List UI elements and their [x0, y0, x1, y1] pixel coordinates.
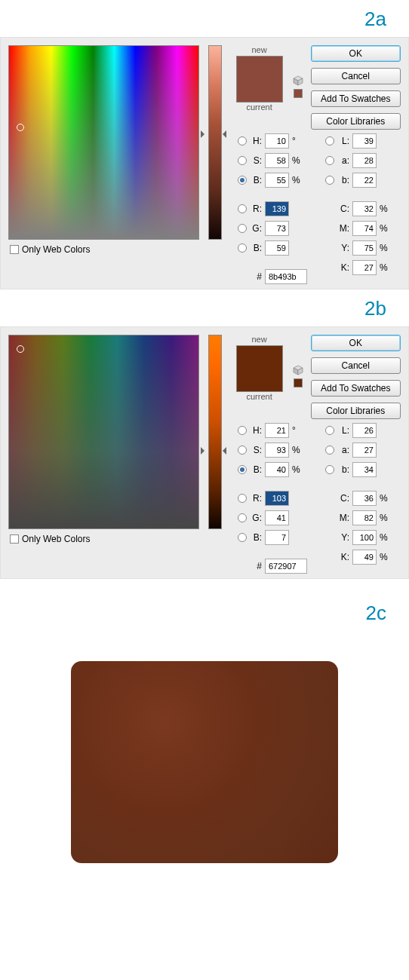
websafe-swatch[interactable]	[294, 378, 303, 387]
input-l[interactable]: 26	[352, 423, 377, 438]
hue-slider-handle[interactable]	[202, 130, 225, 138]
label-l: L:	[337, 425, 349, 436]
label-hash: #	[250, 271, 262, 282]
input-m[interactable]: 82	[352, 510, 377, 525]
color-field[interactable]	[8, 45, 199, 240]
radio-s[interactable]	[238, 446, 247, 455]
radio-l[interactable]	[325, 426, 334, 435]
ok-button[interactable]: OK	[311, 45, 401, 62]
radio-b[interactable]	[238, 176, 247, 185]
input-hex[interactable]: 672907	[265, 559, 307, 574]
input-r[interactable]: 103	[265, 491, 289, 506]
hue-strip[interactable]	[208, 45, 222, 240]
radio-bl[interactable]	[325, 176, 334, 185]
input-y[interactable]: 75	[352, 240, 377, 256]
label-a: a:	[337, 445, 349, 455]
label-bc: B:	[250, 532, 262, 543]
input-hex[interactable]: 8b493b	[265, 269, 307, 284]
input-m[interactable]: 74	[352, 221, 377, 236]
unit-pct: %	[292, 155, 303, 166]
label-g: G:	[250, 513, 262, 523]
label-s: S:	[250, 155, 262, 166]
cancel-button[interactable]: Cancel	[311, 357, 401, 374]
input-a[interactable]: 27	[352, 443, 377, 458]
result-panel	[0, 631, 409, 893]
radio-r[interactable]	[238, 204, 247, 213]
label-bl: b:	[337, 175, 349, 185]
unit-pct: %	[292, 175, 303, 185]
input-s[interactable]: 93	[265, 443, 289, 458]
only-web-colors-checkbox[interactable]	[10, 534, 19, 544]
unit-pct: %	[380, 552, 390, 562]
radio-r[interactable]	[238, 494, 247, 503]
radio-s[interactable]	[238, 156, 247, 165]
input-bl[interactable]: 34	[352, 462, 377, 477]
label-y: Y:	[337, 243, 349, 253]
label-s: S:	[250, 445, 262, 455]
cube-icon	[293, 365, 303, 375]
websafe-swatch[interactable]	[294, 89, 303, 98]
radio-bc[interactable]	[238, 243, 247, 253]
label-r: R:	[250, 493, 262, 504]
new-color-swatch	[236, 56, 283, 103]
color-field[interactable]	[8, 335, 199, 529]
radio-h[interactable]	[238, 426, 247, 435]
current-label: current	[246, 103, 272, 112]
input-bc[interactable]: 7	[265, 530, 289, 545]
hue-slider-handle[interactable]	[202, 447, 225, 455]
input-h[interactable]: 21	[265, 423, 289, 438]
radio-h[interactable]	[238, 136, 247, 145]
add-to-swatches-button[interactable]: Add To Swatches	[311, 90, 401, 107]
label-g: G:	[250, 223, 262, 234]
figure-label-2a: 2a	[0, 0, 409, 37]
hue-strip[interactable]	[208, 335, 222, 529]
color-libraries-button[interactable]: Color Libraries	[311, 403, 401, 419]
label-l: L:	[337, 136, 349, 146]
input-a[interactable]: 28	[352, 153, 377, 168]
only-web-colors-checkbox[interactable]	[10, 245, 19, 254]
only-web-colors-label: Only Web Colors	[22, 534, 90, 544]
label-bl: b:	[337, 464, 349, 475]
ok-button[interactable]: OK	[311, 335, 401, 351]
radio-b[interactable]	[238, 465, 247, 474]
radio-l[interactable]	[325, 136, 334, 145]
label-c: C:	[337, 204, 349, 214]
unit-pct: %	[380, 243, 390, 253]
radio-a[interactable]	[325, 156, 334, 165]
label-k: K:	[337, 552, 349, 562]
input-bl[interactable]: 22	[352, 173, 377, 188]
radio-bl[interactable]	[325, 465, 334, 474]
input-g[interactable]: 73	[265, 221, 289, 236]
input-r[interactable]: 139	[265, 201, 289, 216]
input-bv[interactable]: 55	[265, 173, 289, 188]
label-bc: B:	[250, 243, 262, 253]
input-k[interactable]: 27	[352, 260, 377, 275]
figure-label-2b: 2b	[0, 289, 409, 326]
new-color-swatch	[236, 345, 283, 392]
input-g[interactable]: 41	[265, 510, 289, 525]
input-s[interactable]: 58	[265, 153, 289, 168]
unit-deg: °	[292, 425, 303, 436]
input-l[interactable]: 39	[352, 133, 377, 149]
input-c[interactable]: 36	[352, 491, 377, 506]
add-to-swatches-button[interactable]: Add To Swatches	[311, 380, 401, 397]
label-k: K:	[337, 262, 349, 273]
input-bv[interactable]: 40	[265, 462, 289, 477]
radio-a[interactable]	[325, 446, 334, 455]
input-y[interactable]: 100	[352, 530, 377, 545]
input-bc[interactable]: 59	[265, 240, 289, 256]
label-c: C:	[337, 493, 349, 504]
new-label: new	[251, 45, 266, 54]
radio-g[interactable]	[238, 224, 247, 233]
radio-bc[interactable]	[238, 533, 247, 542]
cancel-button[interactable]: Cancel	[311, 68, 401, 84]
radio-g[interactable]	[238, 513, 247, 522]
color-libraries-button[interactable]: Color Libraries	[311, 113, 401, 130]
label-m: M:	[337, 513, 349, 523]
unit-pct: %	[292, 464, 303, 475]
input-k[interactable]: 49	[352, 550, 377, 565]
input-h[interactable]: 10	[265, 133, 289, 149]
label-a: a:	[337, 155, 349, 166]
input-c[interactable]: 32	[352, 201, 377, 216]
label-h: H:	[250, 136, 262, 146]
